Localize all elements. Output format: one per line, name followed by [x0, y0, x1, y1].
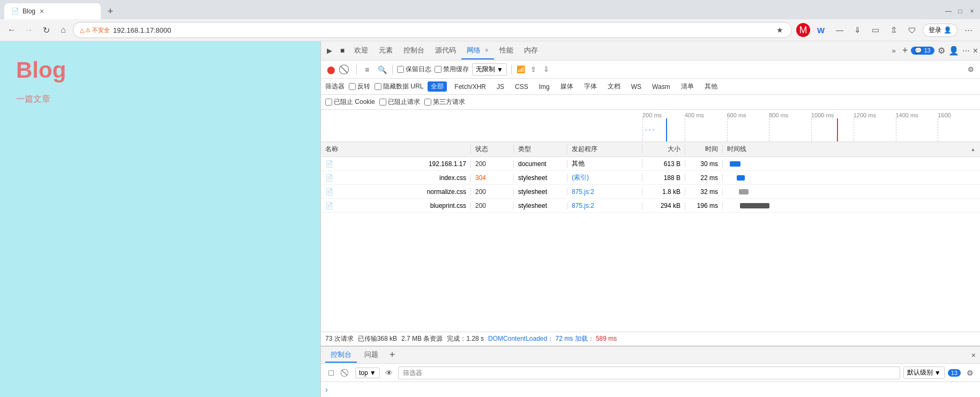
- col-header-time[interactable]: 时间: [685, 145, 723, 154]
- filter-manifest-btn[interactable]: 清单: [678, 81, 697, 92]
- record-button[interactable]: ⬤: [325, 64, 337, 76]
- tab-network[interactable]: 网络 ×: [461, 42, 494, 59]
- forward-button[interactable]: →: [21, 23, 36, 38]
- console-tab-console[interactable]: 控制台: [325, 348, 357, 363]
- tab-performance[interactable]: 性能: [494, 42, 519, 59]
- filter-fetch-xhr-btn[interactable]: Fetch/XHR: [451, 83, 489, 91]
- console-close-btn[interactable]: ×: [971, 351, 976, 359]
- new-tab-button[interactable]: +: [103, 4, 118, 19]
- export-icon[interactable]: ⇩: [542, 65, 551, 74]
- search-icon[interactable]: 🔍: [376, 64, 388, 76]
- console-capture-icon[interactable]: □: [325, 367, 337, 379]
- tab-network-close[interactable]: ×: [485, 47, 489, 54]
- maximize-button[interactable]: □: [956, 8, 964, 15]
- refresh-button[interactable]: ↻: [39, 23, 54, 38]
- row4-initiator-link[interactable]: 875.js:2: [572, 202, 594, 209]
- row2-initiator-link[interactable]: (索引): [572, 174, 589, 181]
- context-dropdown[interactable]: top ▼: [355, 368, 380, 378]
- console-settings-icon[interactable]: ⚙: [964, 367, 976, 379]
- filter-other-btn[interactable]: 其他: [701, 81, 721, 92]
- reverse-checkbox[interactable]: 反转: [349, 82, 370, 91]
- devtools-close-btn[interactable]: ×: [973, 46, 978, 56]
- share-icon[interactable]: ⇬: [886, 23, 901, 38]
- col-header-status[interactable]: 状态: [471, 145, 514, 154]
- shield-icon[interactable]: 🛡: [904, 23, 919, 38]
- console-expand-arrow[interactable]: ›: [325, 385, 328, 394]
- row1-bar: [730, 161, 740, 167]
- block-cookies-checkbox[interactable]: 已阻止 Cookie: [325, 98, 375, 107]
- tab-memory[interactable]: 内存: [519, 42, 543, 59]
- tab-console[interactable]: 控制台: [398, 42, 430, 59]
- address-bar[interactable]: △ ⚠ 不安全 192.168.1.17:8000 ★: [73, 22, 792, 38]
- devtools-more-options[interactable]: ⋯: [962, 47, 970, 55]
- home-button[interactable]: ⌂: [56, 23, 71, 38]
- filter-icon[interactable]: ≡: [361, 64, 373, 76]
- table-row[interactable]: 📄 normalize.css 200 stylesheet 875.js:2 …: [321, 185, 980, 199]
- preserve-log-checkbox[interactable]: 保留日志: [397, 65, 431, 74]
- download-icon[interactable]: ⇓: [850, 23, 865, 38]
- throttle-dropdown[interactable]: 无限制 ▼: [472, 63, 507, 76]
- tab-close-btn[interactable]: ×: [40, 7, 44, 16]
- col-header-type[interactable]: 类型: [514, 145, 567, 154]
- block-requests-checkbox[interactable]: 已阻止请求: [379, 98, 420, 107]
- disable-cache-input[interactable]: [435, 66, 442, 73]
- screenshot-icon[interactable]: ▭: [868, 23, 883, 38]
- device-toolbar-icon[interactable]: ◾: [338, 47, 347, 55]
- row3-name: 📄 normalize.css: [321, 188, 471, 196]
- close-button[interactable]: ×: [968, 8, 976, 15]
- col-header-timeline[interactable]: 时间线 ▲: [723, 145, 980, 154]
- wallet-icon[interactable]: ⸻: [832, 23, 847, 38]
- log-level-dropdown[interactable]: 默认级别 ▼: [903, 366, 945, 379]
- third-party-checkbox[interactable]: 第三方请求: [424, 98, 465, 107]
- table-row[interactable]: 📄 192.168.1.17 200 document 其他 613 B 30 …: [321, 157, 980, 171]
- bookmark-icon[interactable]: ★: [774, 25, 785, 35]
- col-header-size[interactable]: 大小: [642, 145, 685, 154]
- online-icon[interactable]: 📶: [516, 65, 526, 74]
- tab-welcome[interactable]: 欢迎: [349, 42, 373, 59]
- filter-all-btn[interactable]: 全部: [428, 81, 447, 92]
- back-button[interactable]: ←: [4, 23, 19, 38]
- devtools-user-icon[interactable]: 👤: [948, 46, 959, 56]
- active-tab[interactable]: 📄 Blog ×: [4, 3, 101, 19]
- tab-sources[interactable]: 源代码: [430, 42, 461, 59]
- table-row[interactable]: 📄 index.css 304 stylesheet (索引) 188 B 22…: [321, 171, 980, 185]
- col-header-name[interactable]: 名称: [321, 145, 471, 154]
- filter-doc-btn[interactable]: 文档: [604, 81, 624, 92]
- filter-font-btn[interactable]: 字体: [581, 81, 600, 92]
- filter-wasm-btn[interactable]: Wasm: [649, 83, 674, 91]
- preserve-log-input[interactable]: [397, 66, 404, 73]
- inspect-element-icon[interactable]: ▶: [325, 47, 334, 55]
- messages-badge[interactable]: 💬 13: [911, 47, 934, 55]
- row3-initiator-link[interactable]: 875.js:2: [572, 188, 594, 196]
- login-button[interactable]: 登录 👤: [923, 24, 957, 37]
- clear-button[interactable]: ⃠: [340, 64, 352, 76]
- more-options-icon[interactable]: ⋯: [961, 23, 976, 38]
- more-tabs-btn[interactable]: »: [889, 47, 899, 55]
- console-clear-icon[interactable]: ⃠: [340, 367, 352, 379]
- devtools-settings-icon[interactable]: ⚙: [938, 46, 945, 56]
- filter-media-btn[interactable]: 媒体: [557, 81, 577, 92]
- console-filter-input[interactable]: [398, 366, 900, 379]
- console-tab-issues[interactable]: 问题: [359, 348, 384, 363]
- ruler-line-3: [727, 118, 769, 141]
- disable-cache-checkbox[interactable]: 禁用缓存: [435, 65, 469, 74]
- import-icon[interactable]: ⇧: [529, 65, 538, 74]
- table-row[interactable]: 📄 blueprint.css 200 stylesheet 875.js:2 …: [321, 199, 980, 213]
- filter-css-btn[interactable]: CSS: [512, 83, 532, 91]
- minimize-button[interactable]: —: [945, 8, 952, 15]
- filter-ws-btn[interactable]: WS: [628, 83, 645, 91]
- filter-js-btn[interactable]: JS: [493, 83, 507, 91]
- tab-favicon: 📄: [11, 7, 19, 16]
- profile-icon[interactable]: M: [796, 23, 810, 37]
- eye-icon[interactable]: 👁: [383, 367, 395, 379]
- network-settings-icon[interactable]: ⚙: [966, 65, 976, 74]
- network-table[interactable]: 名称 状态 类型 发起程序 大小 时间 时间线 ▲ 📄 192.168.1.17…: [321, 142, 980, 332]
- hide-data-urls-checkbox[interactable]: 隐藏数据 URL: [375, 82, 423, 91]
- add-console-tab-btn[interactable]: +: [386, 349, 399, 362]
- tab-elements[interactable]: 元素: [373, 42, 398, 59]
- article-link[interactable]: 一篇文章: [16, 94, 304, 105]
- filter-img-btn[interactable]: Img: [536, 83, 553, 91]
- col-header-initiator[interactable]: 发起程序: [567, 145, 642, 154]
- add-panel-btn[interactable]: +: [902, 45, 908, 56]
- edge-icon[interactable]: W: [813, 23, 828, 38]
